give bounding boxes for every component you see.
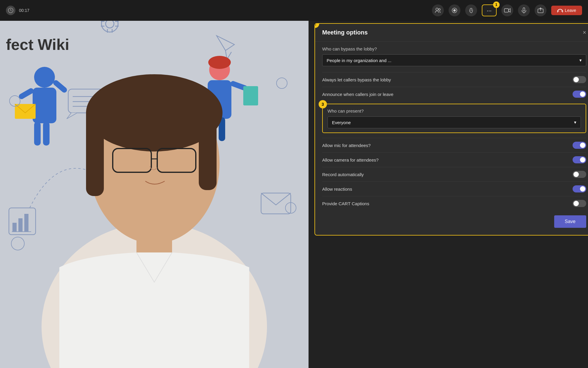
- step-badge-3: 3: [319, 100, 327, 108]
- svg-point-43: [86, 74, 223, 151]
- svg-point-12: [106, 20, 114, 28]
- allow-mic-toggle[interactable]: [573, 142, 586, 149]
- svg-rect-17: [34, 122, 41, 146]
- right-panel: 2 Meeting options × Who can bypass the l…: [309, 0, 588, 368]
- svg-rect-30: [219, 117, 225, 141]
- svg-rect-16: [52, 79, 68, 94]
- record-button[interactable]: [449, 4, 460, 16]
- meeting-options-header: Meeting options ×: [315, 24, 588, 42]
- cart-captions-toggle[interactable]: [573, 200, 586, 207]
- lobby-dropdown-value: People in my organization and ...: [327, 58, 391, 63]
- svg-rect-45: [199, 107, 217, 190]
- meeting-options-panel: 2 Meeting options × Who can bypass the l…: [314, 23, 588, 236]
- announce-callers-label: Announce when callers join or leave: [322, 91, 573, 97]
- share-button[interactable]: [535, 4, 546, 16]
- top-bar-left: 00:17: [6, 6, 29, 15]
- svg-rect-10: [0, 0, 309, 368]
- svg-rect-19: [15, 104, 36, 119]
- allow-mic-label: Allow mic for attendees?: [322, 142, 573, 149]
- mic-button[interactable]: [518, 4, 530, 16]
- top-bar-right: ··· 1 Leave: [432, 4, 582, 16]
- record-auto-label: Record automatically: [322, 171, 573, 178]
- timer-icon: [6, 6, 15, 15]
- svg-rect-44: [86, 107, 104, 196]
- meeting-options-title: Meeting options: [322, 29, 368, 36]
- meeting-options-body: Who can bypass the lobby? People in my o…: [315, 42, 588, 235]
- bypass-lobby-label: Always let callers bypass the lobby: [322, 77, 573, 83]
- lobby-section-label: Who can bypass the lobby?: [322, 46, 586, 51]
- end-call-label: Leave: [565, 8, 576, 13]
- svg-point-13: [34, 67, 55, 88]
- svg-rect-8: [523, 8, 525, 11]
- svg-rect-20: [68, 89, 104, 113]
- bypass-lobby-toggle[interactable]: [573, 76, 586, 83]
- svg-rect-34: [24, 214, 28, 232]
- svg-rect-29: [209, 117, 216, 141]
- allow-camera-label: Allow camera for attendees?: [322, 157, 573, 163]
- svg-rect-27: [230, 80, 248, 91]
- announce-callers-toggle[interactable]: [573, 91, 586, 98]
- more-icon: ···: [487, 7, 492, 14]
- svg-point-25: [208, 56, 231, 69]
- timer-display: 00:17: [19, 8, 29, 13]
- save-button[interactable]: Save: [554, 215, 586, 228]
- svg-rect-7: [504, 9, 508, 12]
- allow-reactions-row: Allow reactions: [322, 181, 586, 196]
- svg-point-41: [42, 223, 267, 368]
- more-badge: 1: [493, 1, 500, 8]
- lobby-bypass-dropdown[interactable]: People in my organization and ... ▾: [322, 54, 586, 66]
- end-call-button[interactable]: Leave: [551, 6, 582, 15]
- svg-rect-49: [136, 235, 172, 264]
- svg-point-39: [11, 237, 24, 250]
- who-can-present-label: Who can present?: [328, 108, 581, 113]
- svg-point-42: [89, 83, 220, 244]
- svg-rect-47: [157, 149, 196, 172]
- wiki-text: fect Wiki: [6, 36, 69, 53]
- svg-rect-31: [9, 208, 36, 235]
- svg-point-38: [276, 78, 287, 89]
- record-auto-toggle[interactable]: [573, 171, 586, 178]
- svg-rect-18: [43, 122, 50, 146]
- close-button[interactable]: ×: [583, 29, 586, 36]
- who-can-present-dropdown[interactable]: Everyone ▾: [328, 116, 581, 128]
- svg-rect-26: [208, 80, 231, 119]
- svg-rect-14: [33, 88, 56, 123]
- allow-mic-row: Allow mic for attendees?: [322, 138, 586, 152]
- lobby-dropdown-arrow: ▾: [579, 58, 582, 63]
- svg-point-6: [453, 9, 456, 12]
- allow-reactions-toggle[interactable]: [573, 185, 586, 192]
- svg-rect-15: [18, 87, 35, 100]
- svg-line-2: [11, 10, 12, 11]
- video-area: fect Wiki: [0, 0, 309, 368]
- top-bar: 00:17 ··· 1: [0, 0, 588, 21]
- svg-point-40: [285, 203, 296, 213]
- svg-point-37: [9, 96, 20, 106]
- svg-rect-46: [113, 149, 151, 172]
- record-auto-row: Record automatically: [322, 167, 586, 181]
- who-can-present-section: 3 Who can present? Everyone ▾: [322, 104, 586, 133]
- svg-rect-32: [12, 223, 17, 232]
- allow-reactions-label: Allow reactions: [322, 186, 573, 192]
- allow-camera-row: Allow camera for attendees?: [322, 152, 586, 167]
- svg-point-24: [209, 59, 230, 80]
- svg-point-4: [438, 9, 440, 10]
- cart-captions-row: Provide CART Captions: [322, 196, 586, 211]
- people-button[interactable]: [432, 4, 444, 16]
- svg-point-3: [436, 8, 438, 10]
- svg-rect-28: [243, 86, 258, 105]
- svg-rect-36: [261, 193, 291, 214]
- allow-camera-toggle[interactable]: [573, 156, 586, 163]
- wcp-dropdown-arrow: ▾: [574, 120, 576, 125]
- camera-button[interactable]: [501, 4, 513, 16]
- wcp-dropdown-value: Everyone: [332, 120, 351, 125]
- svg-rect-33: [18, 218, 23, 232]
- raise-hand-button[interactable]: [465, 4, 477, 16]
- bypass-lobby-row: Always let callers bypass the lobby: [322, 72, 586, 87]
- announce-callers-row: Announce when callers join or leave: [322, 87, 586, 101]
- cart-captions-label: Provide CART Captions: [322, 200, 573, 207]
